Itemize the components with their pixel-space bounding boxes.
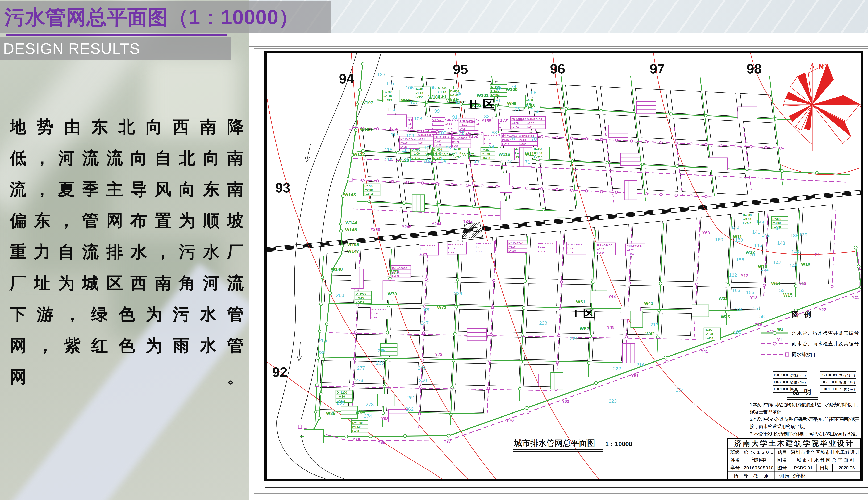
- wind-rose: N: [783, 62, 867, 151]
- block-number: 142: [762, 232, 770, 238]
- node-label: Y49: [607, 325, 614, 330]
- block-number: 283: [319, 338, 328, 343]
- manhole-node: [376, 180, 379, 182]
- city-block: [747, 148, 780, 170]
- pipe-data-text: B×H=2.4×2.2: [597, 244, 612, 247]
- manhole-node: [585, 190, 588, 192]
- pipe-data-text: L=86: [448, 251, 454, 254]
- manhole-node: [854, 246, 857, 249]
- city-block: [715, 172, 748, 195]
- pipe-data-text: L=92: [476, 250, 482, 253]
- block-number: 164: [734, 307, 743, 312]
- titleblock-cell: 题目: [777, 450, 787, 455]
- flow-arrow: [305, 156, 307, 162]
- legend-label: 雨水排放口: [792, 352, 815, 357]
- node-label: Y48: [608, 294, 616, 299]
- block-number: 136: [756, 218, 764, 224]
- storm-pipe: [832, 207, 836, 289]
- city-block: [438, 185, 471, 206]
- city-block: [569, 113, 602, 136]
- node-label: W101: [477, 93, 489, 98]
- manhole-node: [425, 278, 427, 281]
- manhole-node: [765, 146, 767, 149]
- block-number: 204: [676, 387, 684, 393]
- manhole-node: [369, 435, 372, 438]
- city-block: [525, 337, 555, 360]
- block-number: 234: [454, 291, 462, 296]
- title-block: 济南大学土木建筑学院毕业设计班级给水1601题目深圳市龙华区城市排水工程设计姓名…: [727, 438, 861, 480]
- block-number: 70: [531, 136, 537, 142]
- manhole-node: [318, 330, 321, 333]
- block-number: 93: [446, 145, 451, 150]
- block-number: 157: [753, 306, 761, 311]
- manhole-node: [402, 202, 405, 205]
- node-label: Y62: [562, 399, 569, 404]
- pipe-data-text: L=106: [511, 126, 519, 129]
- manhole-node: [540, 135, 543, 138]
- block-number: 94: [441, 158, 446, 163]
- pipe-data-text: B×H=2.2×2.0: [627, 245, 642, 248]
- block-number: 111: [404, 157, 412, 162]
- block-number: 139: [799, 232, 808, 238]
- city-block: [435, 159, 468, 181]
- node-label: Y242: [463, 219, 472, 224]
- manhole-node: [645, 140, 648, 143]
- titleblock-cell: 谢康 张守彬: [779, 473, 805, 479]
- manhole-node: [592, 281, 594, 284]
- pipe-data-text: B×H=3.6×3.2: [418, 134, 433, 136]
- city-block: [670, 90, 704, 115]
- city-block: [674, 118, 707, 141]
- block-number: 141: [752, 229, 761, 235]
- description-paragraph: 地势由东北向西南降低，河流流向自北向南流，夏季主导风向东南偏东，管网布置为顺坡重…: [10, 111, 244, 393]
- pipe-data-text: i=1.22: [519, 138, 526, 141]
- pipe-data-box: [625, 180, 637, 200]
- manhole-node: [676, 164, 678, 167]
- legend-param-value: L=100: [774, 387, 788, 391]
- manhole-node: [341, 195, 344, 197]
- pipe-data-text: L=108: [597, 252, 604, 255]
- pipe-data-text: L=243: [743, 222, 751, 225]
- block-number: 247: [421, 320, 429, 326]
- node-label: Y22: [819, 307, 826, 312]
- pipe-data-text: L=60: [352, 430, 359, 433]
- city-block: [493, 283, 524, 306]
- node-label: W85: [326, 411, 335, 416]
- pipe-data-text: D=700: [384, 91, 392, 94]
- legend-param-label: 长度(m): [839, 387, 855, 391]
- manhole-node: [795, 285, 797, 287]
- block-number: 274: [364, 413, 372, 419]
- block-number: 75: [514, 106, 520, 112]
- pipe-data-box: [692, 305, 709, 317]
- manhole-node: [396, 151, 399, 154]
- pipe-data-text: B×H=2.8×2.4: [509, 241, 524, 244]
- pipe-data-text: L=111: [527, 126, 534, 129]
- pipe-data-text: L=97: [452, 145, 458, 148]
- manhole-node: [558, 334, 560, 337]
- manhole-node: [352, 385, 354, 387]
- city-block: [601, 87, 633, 111]
- manhole-node: [735, 145, 737, 147]
- manhole-node: [362, 179, 364, 181]
- pipe-data-box: D=1000i=0.80L=245: [355, 291, 372, 304]
- pipe-data-box: B×H=2.8×2.4i=1.08L=120: [507, 240, 527, 252]
- pipe-data-text: L=254: [364, 193, 373, 196]
- node-label: W78: [388, 291, 397, 296]
- pipe-data-text: L=512: [371, 316, 379, 319]
- node-label: Y63: [703, 230, 710, 235]
- city-block: [592, 339, 623, 361]
- legend-label: 污水管、污水检查井及其编号: [792, 330, 859, 336]
- manhole-node: [421, 359, 423, 361]
- manhole-node: [645, 193, 648, 195]
- node-label: W143: [344, 192, 356, 197]
- pipe-data-text: i=0.93: [538, 246, 545, 249]
- manhole-node: [466, 184, 468, 186]
- manhole-node: [493, 279, 495, 282]
- pipe-data-text: i=1.21: [460, 123, 467, 126]
- manhole-node: [589, 335, 592, 338]
- manhole-node: [664, 356, 667, 359]
- manhole-node: [527, 411, 529, 413]
- legend-param-label: 坡度(‰): [839, 380, 855, 384]
- pipe-data-box: B×H=2.4×2.2i=1.13L=108: [596, 243, 616, 255]
- block-number: 152: [761, 266, 769, 272]
- pipe-data-box: [378, 394, 394, 406]
